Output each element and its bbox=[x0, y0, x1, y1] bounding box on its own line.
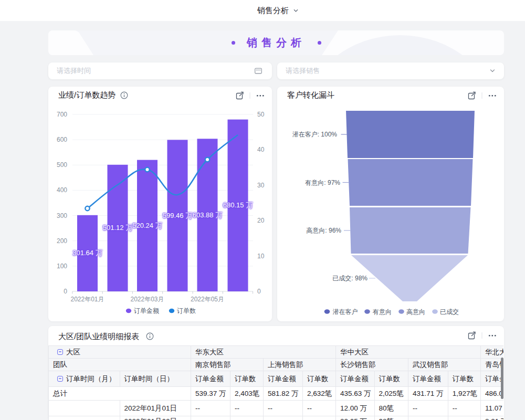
svg-text:0: 0 bbox=[64, 288, 67, 295]
svg-text:10: 10 bbox=[257, 253, 265, 260]
svg-text:2022年01月: 2022年01月 bbox=[70, 296, 104, 303]
svg-text:已成交: 已成交 bbox=[440, 308, 459, 316]
svg-text:680.15 万: 680.15 万 bbox=[223, 201, 253, 209]
svg-text:603.88 万: 603.88 万 bbox=[193, 211, 222, 219]
svg-text:400: 400 bbox=[57, 186, 67, 194]
svg-text:高意向: 96%: 高意向: 96% bbox=[306, 227, 341, 234]
svg-text:30: 30 bbox=[257, 182, 265, 189]
svg-text:40: 40 bbox=[257, 146, 265, 153]
svg-text:20: 20 bbox=[257, 217, 265, 224]
svg-text:潜在客户: 潜在客户 bbox=[333, 308, 358, 316]
svg-text:有意向: 有意向 bbox=[372, 308, 392, 316]
svg-text:300: 300 bbox=[57, 212, 67, 219]
svg-text:700: 700 bbox=[57, 111, 67, 118]
svg-text:2022年03月: 2022年03月 bbox=[130, 296, 164, 303]
svg-text:301.64 万: 301.64 万 bbox=[72, 249, 102, 257]
svg-text:0: 0 bbox=[257, 288, 261, 295]
svg-text:520.24 万: 520.24 万 bbox=[132, 222, 162, 229]
svg-text:501.12 万: 501.12 万 bbox=[103, 224, 132, 232]
svg-text:599.46 万: 599.46 万 bbox=[163, 212, 192, 219]
svg-text:100: 100 bbox=[57, 262, 67, 270]
svg-text:订单金额: 订单金额 bbox=[134, 307, 159, 314]
svg-text:潜在客户: 100%: 潜在客户: 100% bbox=[292, 131, 338, 138]
svg-text:200: 200 bbox=[57, 237, 67, 245]
svg-text:500: 500 bbox=[57, 161, 67, 169]
svg-text:高意向: 高意向 bbox=[406, 308, 425, 316]
svg-text:50: 50 bbox=[257, 111, 265, 118]
svg-text:2022年05月: 2022年05月 bbox=[191, 296, 224, 303]
svg-text:订单数: 订单数 bbox=[177, 307, 196, 314]
svg-text:已成交: 98%: 已成交: 98% bbox=[332, 275, 368, 282]
svg-text:600: 600 bbox=[57, 136, 67, 143]
svg-text:有意向: 97%: 有意向: 97% bbox=[304, 179, 340, 186]
